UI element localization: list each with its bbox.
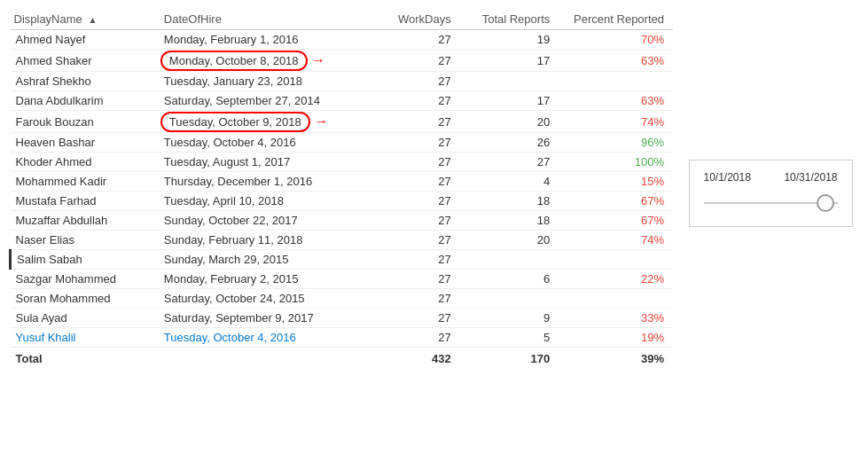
total-label: Total: [11, 348, 159, 369]
cell-work-days: 27: [386, 30, 465, 50]
cell-date-of-hire: Sunday, February 11, 2018: [159, 231, 387, 250]
cell-display-name: Farouk Bouzan: [11, 111, 159, 133]
cell-date-of-hire: Saturday, September 27, 2014: [159, 91, 387, 111]
cell-percent-reported: 19%: [564, 328, 673, 348]
sort-arrow-display-name: ▲: [88, 15, 97, 25]
table-row: Sazgar MohammedMonday, February 2, 20152…: [11, 270, 674, 289]
table-row: Muzaffar AbdullahSunday, October 22, 201…: [11, 211, 674, 231]
cell-work-days: 27: [386, 192, 465, 211]
cell-work-days: 27: [386, 250, 465, 270]
col-work-days[interactable]: WorkDays: [386, 9, 465, 30]
cell-display-name: Sula Ayad: [11, 309, 159, 328]
col-total-reports[interactable]: Total Reports: [465, 9, 565, 30]
cell-display-name: Salim Sabah: [11, 250, 159, 270]
report-table: DisplayName ▲ DateOfHire WorkDays Total …: [9, 9, 673, 368]
cell-date-of-hire: Monday, October 8, 2018 →: [159, 50, 387, 72]
cell-total-reports: 6: [465, 270, 565, 289]
cell-work-days: 27: [386, 270, 465, 289]
cell-display-name: Ahmed Nayef: [11, 30, 159, 50]
table-row: Heaven BasharTuesday, October 4, 2016272…: [11, 133, 674, 153]
report-table-section: DisplayName ▲ DateOfHire WorkDays Total …: [0, 0, 673, 454]
cell-total-reports: 20: [465, 231, 565, 250]
cell-total-reports: 19: [465, 30, 565, 50]
cell-display-name: Muzaffar Abdullah: [11, 211, 159, 231]
cell-percent-reported: 100%: [564, 153, 673, 172]
cell-display-name: Ashraf Shekho: [11, 72, 159, 91]
cell-total-reports: 18: [465, 211, 565, 231]
table-row: Dana AbdulkarimSaturday, September 27, 2…: [11, 91, 674, 111]
total-percent: 39%: [564, 348, 673, 369]
cell-display-name: Dana Abdulkarim: [11, 91, 159, 111]
cell-percent-reported: 67%: [564, 192, 673, 211]
date-range-box: 10/1/2018 10/31/2018: [689, 160, 853, 227]
cell-date-of-hire: Saturday, October 24, 2015: [159, 289, 387, 309]
cell-date-of-hire: Tuesday, January 23, 2018: [159, 72, 387, 91]
cell-date-of-hire: Sunday, March 29, 2015: [159, 250, 387, 270]
cell-total-reports: 20: [465, 111, 565, 133]
cell-percent-reported: 96%: [564, 133, 673, 153]
cell-total-reports: 4: [465, 172, 565, 192]
cell-percent-reported: 22%: [564, 270, 673, 289]
date-range-top: 10/1/2018 10/31/2018: [704, 171, 838, 184]
cell-percent-reported: [564, 289, 673, 309]
cell-display-name: Naser Elias: [11, 231, 159, 250]
cell-percent-reported: [564, 250, 673, 270]
cell-work-days: 27: [386, 72, 465, 91]
cell-display-name: Sazgar Mohammed: [11, 270, 159, 289]
table-row: Farouk BouzanTuesday, October 9, 2018 →2…: [11, 111, 674, 133]
cell-date-of-hire: Sunday, October 22, 2017: [159, 211, 387, 231]
col-percent-reported[interactable]: Percent Reported: [564, 9, 673, 30]
cell-total-reports: 9: [465, 309, 565, 328]
table-row: Yusuf KhalilTuesday, October 4, 20162751…: [11, 328, 674, 348]
cell-percent-reported: 74%: [564, 111, 673, 133]
cell-percent-reported: 15%: [564, 172, 673, 192]
cell-display-name: Ahmed Shaker: [11, 50, 159, 72]
table-row: Soran MohammedSaturday, October 24, 2015…: [11, 289, 674, 309]
cell-display-name: Heaven Bashar: [11, 133, 159, 153]
cell-total-reports: 27: [465, 153, 565, 172]
col-date-of-hire[interactable]: DateOfHire: [159, 9, 387, 30]
cell-work-days: 27: [386, 50, 465, 72]
table-row: Mohammed KadirThursday, December 1, 2016…: [11, 172, 674, 192]
cell-work-days: 27: [386, 111, 465, 133]
cell-date-of-hire: Saturday, September 9, 2017: [159, 309, 387, 328]
cell-date-of-hire: Tuesday, October 4, 2016: [159, 133, 387, 153]
cell-date-of-hire: Tuesday, April 10, 2018: [159, 192, 387, 211]
table-row: Sula AyadSaturday, September 9, 20172793…: [11, 309, 674, 328]
slider-thumb[interactable]: [817, 194, 834, 212]
cell-display-name: Mustafa Farhad: [11, 192, 159, 211]
cell-total-reports: [465, 289, 565, 309]
date-range-end: 10/31/2018: [784, 171, 837, 184]
table-row: Naser EliasSunday, February 11, 20182720…: [11, 231, 674, 250]
cell-date-of-hire: Tuesday, August 1, 2017: [159, 153, 387, 172]
cell-percent-reported: 63%: [564, 91, 673, 111]
cell-display-name: Yusuf Khalil: [11, 328, 159, 348]
table-row: Ahmed ShakerMonday, October 8, 2018 →271…: [11, 50, 674, 72]
col-display-name[interactable]: DisplayName ▲: [11, 9, 159, 30]
table-row: Ahmed NayefMonday, February 1, 201627197…: [11, 30, 674, 50]
date-range-slider[interactable]: [704, 194, 838, 212]
cell-work-days: 27: [386, 289, 465, 309]
cell-total-reports: [465, 250, 565, 270]
total-date-empty: [159, 348, 387, 369]
cell-work-days: 27: [386, 133, 465, 153]
cell-percent-reported: 63%: [564, 50, 673, 72]
cell-percent-reported: 67%: [564, 211, 673, 231]
cell-work-days: 27: [386, 172, 465, 192]
cell-work-days: 27: [386, 211, 465, 231]
cell-total-reports: 26: [465, 133, 565, 153]
cell-date-of-hire: Thursday, December 1, 2016: [159, 172, 387, 192]
cell-percent-reported: 33%: [564, 309, 673, 328]
cell-work-days: 27: [386, 153, 465, 172]
cell-date-of-hire: Tuesday, October 9, 2018 →: [159, 111, 387, 133]
total-reports: 170: [465, 348, 565, 369]
table-row: Khoder AhmedTuesday, August 1, 201727271…: [11, 153, 674, 172]
side-panel: 10/1/2018 10/31/2018: [673, 0, 868, 454]
cell-display-name: Soran Mohammed: [11, 289, 159, 309]
cell-work-days: 27: [386, 328, 465, 348]
table-row: Salim SabahSunday, March 29, 201527: [11, 250, 674, 270]
cell-date-of-hire: Tuesday, October 4, 2016: [159, 328, 387, 348]
cell-total-reports: 18: [465, 192, 565, 211]
total-work-days: 432: [386, 348, 465, 369]
cell-percent-reported: 74%: [564, 231, 673, 250]
